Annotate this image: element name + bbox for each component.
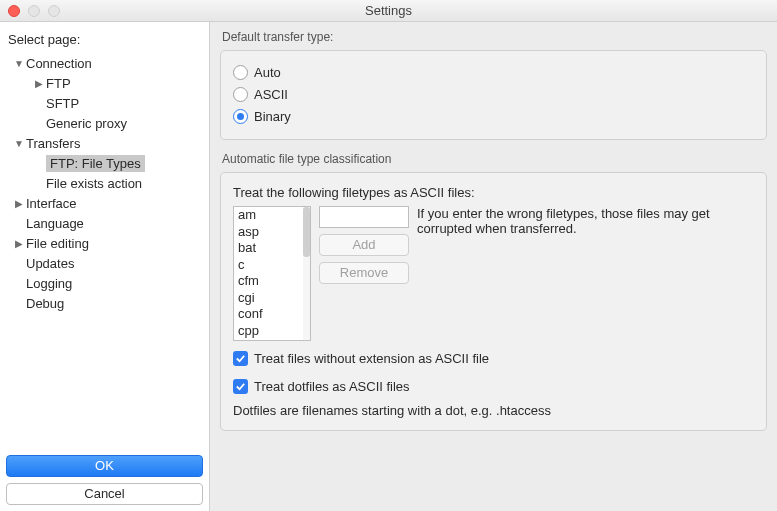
checkmark-icon [233, 379, 248, 394]
list-item[interactable]: cpp [234, 323, 310, 340]
checkbox-label: Treat files without extension as ASCII f… [254, 351, 489, 366]
tree-item-language[interactable]: Language [6, 213, 203, 233]
tree-item-connection[interactable]: ▼Connection [6, 53, 203, 73]
group-auto-classification: Treat the following filetypes as ASCII f… [220, 172, 767, 431]
cancel-button[interactable]: Cancel [6, 483, 203, 505]
chevron-right-icon: ▶ [34, 78, 44, 89]
sidebar: Select page: ▼Connection ▶FTP SFTP Gener… [0, 22, 210, 511]
list-item[interactable]: conf [234, 306, 310, 323]
list-item[interactable]: cgi [234, 290, 310, 307]
radio-icon [233, 65, 248, 80]
filetype-input[interactable] [319, 206, 409, 228]
window-title: Settings [0, 3, 777, 18]
radio-ascii[interactable]: ASCII [233, 83, 754, 105]
tree-item-transfers[interactable]: ▼Transfers [6, 133, 203, 153]
tree-item-generic-proxy[interactable]: Generic proxy [6, 113, 203, 133]
scrollbar[interactable] [303, 207, 310, 340]
list-item[interactable]: bat [234, 240, 310, 257]
chevron-down-icon: ▼ [14, 58, 24, 69]
radio-label: Auto [254, 65, 281, 80]
tree-item-interface[interactable]: ▶Interface [6, 193, 203, 213]
radio-binary[interactable]: Binary [233, 105, 754, 127]
list-item[interactable]: cfm [234, 273, 310, 290]
ascii-filetypes-list[interactable]: am asp bat c cfm cgi conf cpp [233, 206, 311, 341]
tree-item-sftp[interactable]: SFTP [6, 93, 203, 113]
tree-item-file-exists-action[interactable]: File exists action [6, 173, 203, 193]
chevron-right-icon: ▶ [14, 198, 24, 209]
radio-icon [233, 109, 248, 124]
checkbox-no-extension[interactable]: Treat files without extension as ASCII f… [233, 347, 754, 369]
list-item[interactable]: am [234, 207, 310, 224]
remove-button[interactable]: Remove [319, 262, 409, 284]
tree-item-logging[interactable]: Logging [6, 273, 203, 293]
tree-item-file-editing[interactable]: ▶File editing [6, 233, 203, 253]
chevron-down-icon: ▼ [14, 138, 24, 149]
group-auto-classification-title: Automatic file type classification [222, 152, 767, 166]
list-item[interactable]: asp [234, 224, 310, 241]
titlebar: Settings [0, 0, 777, 22]
tree-item-updates[interactable]: Updates [6, 253, 203, 273]
radio-label: Binary [254, 109, 291, 124]
group-transfer-type-title: Default transfer type: [222, 30, 767, 44]
radio-label: ASCII [254, 87, 288, 102]
ok-button[interactable]: OK [6, 455, 203, 477]
checkbox-label: Treat dotfiles as ASCII files [254, 379, 410, 394]
filetype-warning: If you enter the wrong filetypes, those … [417, 206, 754, 341]
page-tree[interactable]: ▼Connection ▶FTP SFTP Generic proxy ▼Tra… [0, 53, 209, 449]
treat-filetypes-label: Treat the following filetypes as ASCII f… [233, 185, 754, 200]
main-panel: Default transfer type: Auto ASCII Binary… [210, 22, 777, 511]
dotfiles-note: Dotfiles are filenames starting with a d… [233, 403, 754, 418]
sidebar-label: Select page: [0, 30, 209, 53]
checkbox-dotfiles[interactable]: Treat dotfiles as ASCII files [233, 375, 754, 397]
add-button[interactable]: Add [319, 234, 409, 256]
chevron-right-icon: ▶ [14, 238, 24, 249]
tree-item-ftp-file-types[interactable]: FTP: File Types [6, 153, 203, 173]
radio-auto[interactable]: Auto [233, 61, 754, 83]
checkmark-icon [233, 351, 248, 366]
list-item[interactable]: c [234, 257, 310, 274]
tree-item-ftp[interactable]: ▶FTP [6, 73, 203, 93]
radio-icon [233, 87, 248, 102]
group-transfer-type: Auto ASCII Binary [220, 50, 767, 140]
tree-item-debug[interactable]: Debug [6, 293, 203, 313]
